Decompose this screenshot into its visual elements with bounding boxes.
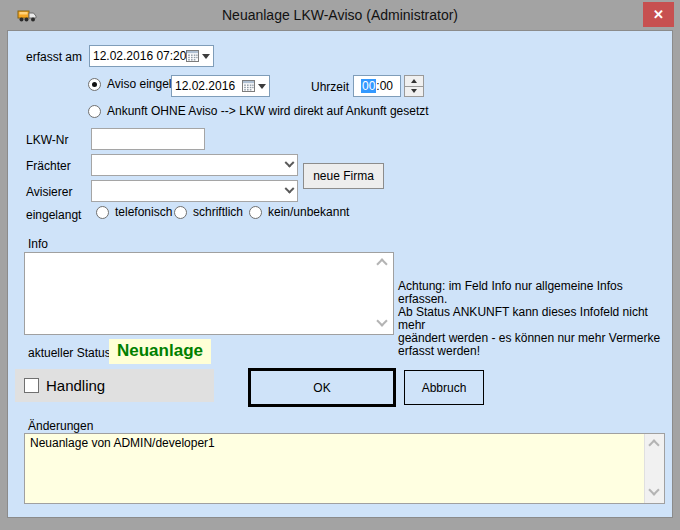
ankunft-ohne-aviso-label: Ankunft OHNE Aviso --> LKW wird direkt a… (107, 104, 429, 118)
spinner-down-button[interactable] (405, 86, 423, 97)
cancel-button-label: Abbruch (422, 381, 467, 395)
avisierer-combobox[interactable] (91, 180, 298, 202)
aviso-date-value: 12.02.2016 (175, 79, 242, 93)
spinner-up-button[interactable] (405, 76, 423, 86)
cancel-button[interactable]: Abbruch (404, 370, 484, 405)
status-badge: Neuanlage (109, 339, 211, 364)
app-window: Neuanlage LKW-Aviso (Administrator) ✕ er… (0, 0, 680, 530)
erfasst-am-label: erfasst am (26, 50, 82, 64)
info-textarea-frame (24, 252, 394, 335)
eingelangt-label: eingelangt (26, 208, 81, 222)
erfasst-am-value: 12.02.2016 07:20 (93, 49, 186, 63)
info-warning-text: Achtung: im Feld Info nur allgemeine Inf… (398, 280, 672, 358)
radio-dot-icon (249, 206, 262, 219)
radio-dot-icon (88, 105, 101, 118)
lkw-nr-input[interactable] (91, 128, 205, 150)
arrow-up-icon (411, 79, 417, 83)
warning-line: Ab Status ANKUNFT kann dieses Infofeld n… (398, 306, 672, 332)
radio-dot-icon (88, 78, 101, 91)
close-icon: ✕ (653, 7, 664, 22)
info-textarea[interactable] (25, 253, 393, 334)
aviso-date-field[interactable]: 12.02.2016 (171, 75, 270, 97)
ok-button[interactable]: OK (248, 368, 396, 407)
neue-firma-button[interactable]: neue Firma (303, 163, 384, 189)
window-title: Neuanlage LKW-Aviso (Administrator) (0, 7, 680, 23)
calendar-icon (186, 50, 199, 62)
ankunft-ohne-aviso-radio[interactable]: Ankunft OHNE Aviso --> LKW wird direkt a… (88, 104, 429, 118)
dialog-body: erfasst am 12.02.2016 07:20 Aviso ei (7, 30, 673, 518)
neue-firma-button-label: neue Firma (313, 169, 374, 183)
time-hours-segment: 00 (361, 79, 376, 93)
aenderungen-label: Änderungen (28, 419, 93, 433)
uhrzeit-label: Uhrzeit (311, 80, 349, 94)
warning-line: erfasst werden! (398, 345, 672, 358)
chevron-down-icon (285, 183, 295, 193)
ok-button-label: OK (313, 381, 330, 395)
radio-kein-unbekannt[interactable]: kein/unbekannt (249, 205, 349, 219)
avisierer-label: Avisierer (26, 185, 72, 199)
fraechter-label: Frächter (26, 159, 71, 173)
radio-kein-unbekannt-label: kein/unbekannt (268, 205, 349, 219)
handling-checkbox[interactable] (24, 378, 39, 393)
aenderungen-frame: Neuanlage von ADMIN/developer1 (24, 433, 665, 504)
aenderungen-textarea[interactable]: Neuanlage von ADMIN/developer1 (25, 434, 643, 503)
radio-schriftlich-label: schriftlich (193, 205, 243, 219)
erfasst-am-datepicker-button[interactable] (186, 50, 210, 62)
status-label: aktueller Status (28, 346, 111, 360)
aviso-datepicker-button[interactable] (242, 80, 266, 92)
erfasst-am-field[interactable]: 12.02.2016 07:20 (89, 45, 214, 67)
scrollbar-track[interactable] (644, 434, 664, 503)
lkw-nr-label: LKW-Nr (26, 133, 68, 147)
chevron-down-icon (285, 157, 295, 167)
time-minutes-segment: :00 (376, 79, 393, 93)
scroll-up-icon[interactable] (648, 439, 659, 450)
radio-telefonisch[interactable]: telefonisch (96, 205, 172, 219)
close-button[interactable]: ✕ (643, 2, 674, 27)
uhrzeit-time-field[interactable]: 00:00 (353, 75, 401, 97)
fraechter-combobox[interactable] (91, 154, 298, 176)
chevron-down-icon (202, 54, 210, 59)
radio-dot-icon (174, 206, 187, 219)
calendar-icon (242, 80, 255, 92)
handling-panel: Handling (15, 369, 214, 402)
time-spinner (404, 75, 424, 97)
arrow-down-icon (411, 89, 417, 93)
info-label: Info (28, 237, 48, 251)
warning-line: Achtung: im Feld Info nur allgemeine Inf… (398, 280, 672, 306)
radio-schriftlich[interactable]: schriftlich (174, 205, 243, 219)
radio-dot-icon (96, 206, 109, 219)
titlebar[interactable]: Neuanlage LKW-Aviso (Administrator) ✕ (0, 0, 680, 30)
scroll-down-icon[interactable] (648, 484, 659, 495)
chevron-down-icon (258, 84, 266, 89)
radio-telefonisch-label: telefonisch (115, 205, 172, 219)
handling-label: Handling (46, 377, 105, 394)
